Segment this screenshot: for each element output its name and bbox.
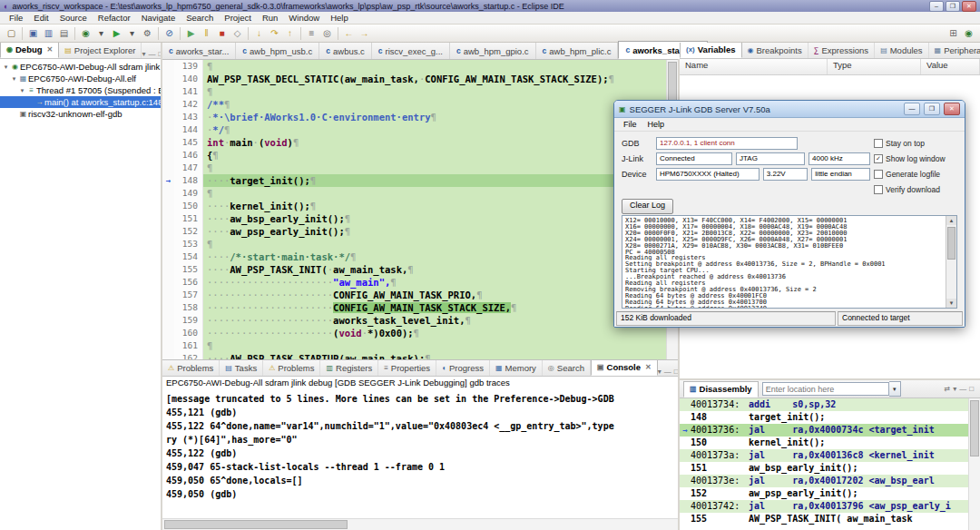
tree-row[interactable]: ▾▦EPC6750-AWI-Debug-All.elf xyxy=(0,73,161,84)
tab-debug[interactable]: ◉Debug✕ xyxy=(0,43,59,58)
disassembly-row[interactable]: 4001373a:jal ra,0x400136c8 <kernel_init xyxy=(680,449,980,462)
code-line[interactable]: 144·*/¶ xyxy=(162,123,678,136)
maximize-view-icon[interactable]: □ xyxy=(674,368,678,376)
disassembly-row[interactable]: 40013742:jal ra,0x40013796 <aw_psp_early… xyxy=(680,500,980,513)
tab-disassembly[interactable]: ▥ Disassembly xyxy=(683,381,759,398)
step-into-icon[interactable]: ↓ xyxy=(251,26,267,41)
column-header-value[interactable]: Value xyxy=(921,59,980,74)
tab-problems[interactable]: ⚠Problems xyxy=(162,360,220,376)
code-line[interactable]: 154····/*·start·main·task·*/¶ xyxy=(162,250,678,263)
open-perspective-icon[interactable]: ⊞ xyxy=(946,26,961,41)
checkbox-stay-on-top[interactable]: Stay on top xyxy=(874,139,957,148)
link-with-editor-icon[interactable]: ⇄ xyxy=(944,385,950,393)
code-line[interactable]: 156······················"aw_main",¶ xyxy=(162,276,678,289)
code-line[interactable]: 150····kernel_init();¶ xyxy=(162,200,678,212)
tab-memory[interactable]: ▦Memory xyxy=(490,360,543,376)
jlink-log-scrollbar-thumb[interactable] xyxy=(947,227,956,260)
view-menu-icon[interactable]: ▾ xyxy=(142,50,145,58)
tab-search[interactable]: ◎Search xyxy=(543,360,591,376)
code-editor[interactable]: 139¶140AW_PSP_TASK_DECL_STATIC(aw_main_t… xyxy=(162,60,678,359)
code-line[interactable]: 157······················CONFIG_AW_MAIN_… xyxy=(162,289,678,301)
debug-perspective-icon[interactable]: ◉ xyxy=(961,26,976,41)
checkbox-icon[interactable] xyxy=(874,170,883,179)
menu-run[interactable]: Run xyxy=(257,13,283,23)
code-line[interactable]: 142/**¶ xyxy=(162,98,678,111)
tab-project-explorer[interactable]: ▤Project Explorer xyxy=(59,43,142,58)
skip-breakpoints-icon[interactable]: ⊘ xyxy=(162,26,177,41)
menu-project[interactable]: Project xyxy=(219,13,257,23)
maximize-button[interactable]: ❐ xyxy=(946,1,960,12)
menu-source[interactable]: Source xyxy=(54,13,93,23)
suspend-icon[interactable]: ‖ xyxy=(199,26,214,41)
jlink-menu-help[interactable]: Help xyxy=(642,120,671,129)
code-line[interactable]: 143·*·\brief·AWorks1.0·C·environment·ent… xyxy=(162,111,678,123)
menu-refactor[interactable]: Refactor xyxy=(93,13,136,23)
tab-modules[interactable]: ▤Modules xyxy=(875,43,928,58)
disconnect-icon[interactable]: ◇ xyxy=(230,26,245,41)
checkbox-generate-logfile[interactable]: Generate logfile xyxy=(874,170,957,179)
disassembly-row[interactable]: 4001373e:jal ra,0x40017202 <aw_bsp_earl xyxy=(680,475,980,487)
column-header-name[interactable]: Name xyxy=(680,59,828,74)
tree-expander-icon[interactable]: ▾ xyxy=(2,61,10,73)
checkbox-icon[interactable] xyxy=(874,185,883,194)
scroll-up-icon[interactable]: ▲ xyxy=(946,216,956,225)
checkbox-icon[interactable]: ✓ xyxy=(874,154,883,163)
editor-tab-awb-hpm-plic-c[interactable]: cawb_hpm_plic.c xyxy=(536,43,619,59)
code-line[interactable]: 151····aw_bsp_early_init();¶ xyxy=(162,212,678,225)
checkbox-verify-download[interactable]: Verify download xyxy=(874,185,957,194)
tab-expressions[interactable]: ∑Expressions xyxy=(808,43,875,58)
run-dropdown-icon[interactable]: ▾ xyxy=(124,26,140,41)
tree-expander-icon[interactable]: ▾ xyxy=(10,73,18,84)
print-icon[interactable]: ▤ xyxy=(56,26,72,41)
editor-tab-awb-hpm-usb-c[interactable]: cawb_hpm_usb.c xyxy=(236,43,319,59)
console-horizontal-scrollbar[interactable] xyxy=(162,518,678,530)
minimize-view-icon[interactable]: — xyxy=(664,368,671,376)
jlink-minimize-button[interactable]: — xyxy=(904,103,920,115)
clear-log-button[interactable]: Clear Log xyxy=(622,199,673,214)
menu-window[interactable]: Window xyxy=(283,13,325,23)
minimize-button[interactable]: – xyxy=(929,1,944,12)
menu-navigate[interactable]: Navigate xyxy=(136,13,181,23)
code-line[interactable]: 158······················CONFIG_AW_MAIN_… xyxy=(162,301,678,314)
code-line[interactable]: 160······················(void·*)0x00);¶ xyxy=(162,327,678,339)
instruction-stepping-icon[interactable]: ≡ xyxy=(304,26,319,41)
menu-help[interactable]: Help xyxy=(325,13,354,23)
tab-peripherals[interactable]: ▦Peripherals xyxy=(929,43,980,58)
step-return-icon[interactable]: ↑ xyxy=(282,26,298,41)
close-tab-icon[interactable]: ✕ xyxy=(645,363,652,371)
disassembly-row[interactable]: 151aw_bsp_early_init(); xyxy=(680,462,980,475)
menu-edit[interactable]: Edit xyxy=(28,13,54,23)
disassembly-row[interactable]: 40013734:addi s0,sp,32 xyxy=(680,398,980,411)
save-icon[interactable]: ▣ xyxy=(25,26,41,41)
code-line[interactable]: 152····aw_psp_early_init();¶ xyxy=(162,225,678,238)
editor-tab-awb-hpm-gpio-c[interactable]: cawb_hpm_gpio.c xyxy=(450,43,536,59)
disassembly-scrollbar-thumb[interactable] xyxy=(970,400,979,456)
run-icon[interactable]: ▶ xyxy=(109,26,124,41)
new-wizard-icon[interactable]: ▢ xyxy=(4,26,19,41)
tree-row[interactable]: ▣riscv32-unknown-elf-gdb xyxy=(0,108,161,120)
step-over-icon[interactable]: ↷ xyxy=(267,26,282,41)
close-button[interactable]: ✕ xyxy=(962,1,976,12)
menu-file[interactable]: File xyxy=(4,13,28,23)
back-icon[interactable]: ← xyxy=(341,26,357,41)
jlink-maximize-button[interactable]: ❐ xyxy=(924,103,940,115)
checkbox-icon[interactable] xyxy=(874,139,883,148)
tab-variables[interactable]: (x)Variables xyxy=(680,43,742,58)
code-line[interactable]: 146{¶ xyxy=(162,149,678,162)
minimize-view-icon[interactable]: — xyxy=(959,385,966,393)
debug-dropdown-icon[interactable]: ▾ xyxy=(93,26,109,41)
code-line[interactable]: 161¶ xyxy=(162,339,678,352)
forward-icon[interactable]: → xyxy=(357,26,372,41)
tree-expander-icon[interactable]: ▾ xyxy=(18,84,26,96)
close-tab-icon[interactable]: ✕ xyxy=(47,45,54,54)
code-line[interactable]: 149¶ xyxy=(162,187,678,200)
editor-tab-riscv-exec-g[interactable]: criscv_exec_g... xyxy=(372,43,450,59)
location-dropdown-icon[interactable]: ▾ xyxy=(889,381,901,397)
location-input[interactable] xyxy=(762,382,889,396)
disassembly-row[interactable]: 148target_init(); xyxy=(680,411,980,424)
minimize-view-icon[interactable]: — xyxy=(148,50,155,58)
view-menu-icon[interactable]: ▾ xyxy=(658,368,662,376)
disassembly-scrollbar[interactable] xyxy=(968,398,980,530)
code-line[interactable]: 140AW_PSP_TASK_DECL_STATIC(aw_main_task,… xyxy=(162,73,678,85)
code-line[interactable]: 141¶ xyxy=(162,85,678,98)
